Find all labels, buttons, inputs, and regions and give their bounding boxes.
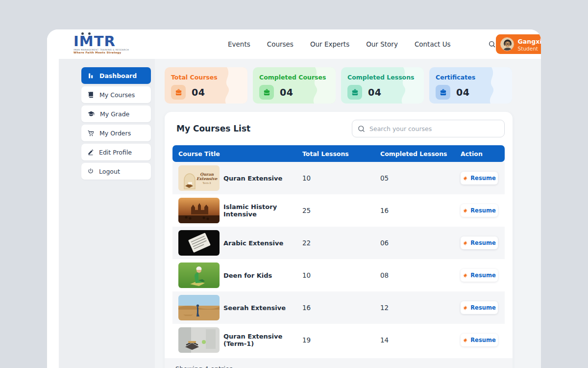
search-icon — [357, 125, 366, 133]
brand-logo[interactable]: IMTR IMAN MANAGEMENT TRAINING & RESEARCH… — [74, 34, 127, 54]
sidebar-item-my-courses[interactable]: My Courses — [81, 86, 151, 103]
completed-lessons: 14 — [380, 336, 461, 344]
total-lessons: 16 — [302, 304, 380, 312]
sidebar-item-logout[interactable]: Logout — [81, 163, 151, 180]
power-icon — [87, 168, 94, 175]
total-lessons: 10 — [302, 174, 380, 182]
sunburst-icon — [463, 273, 468, 278]
total-lessons: 25 — [302, 207, 380, 214]
stat-card-completed-lessons: Completed Lessons 04 — [341, 67, 424, 104]
user-name: Gangxi Quan — [518, 38, 541, 45]
top-bar: IMTR IMAN MANAGEMENT TRAINING & RESEARCH… — [47, 29, 541, 59]
sidebar-item-dashboard[interactable]: Dashboard — [81, 67, 151, 84]
course-thumbnail-seerah-extensive — [178, 295, 220, 320]
stats-row: Total Courses 04 — [165, 67, 541, 104]
brand-name: IMTR — [74, 34, 127, 48]
course-title: Islamic History Intensive — [223, 203, 302, 218]
book-icon — [87, 91, 95, 99]
user-menu-button[interactable]: Gangxi Quan Student — [496, 34, 541, 54]
nav-item-our-experts[interactable]: Our Experts — [310, 40, 349, 48]
svg-text:Term-3: Term-3 — [202, 182, 211, 184]
sidebar-item-my-orders[interactable]: My Orders — [81, 125, 151, 141]
course-thumbnail-quran-term1 — [178, 327, 220, 353]
resume-button[interactable]: Resume — [461, 334, 498, 346]
course-thumbnail-deen-for-kids — [178, 263, 220, 288]
logo-people-dots — [81, 32, 91, 35]
course-title: Arabic Extensive — [223, 239, 302, 247]
stat-card-completed-courses: Completed Courses 04 — [253, 67, 336, 104]
briefcase-icon — [259, 85, 274, 100]
grad-cap-icon — [87, 110, 95, 118]
search-input[interactable] — [369, 125, 499, 132]
stat-card-certificates: Certificates 04 — [429, 67, 512, 104]
dashboard-icon — [87, 72, 95, 79]
stat-card-total-courses: Total Courses 04 — [165, 67, 247, 104]
nav-item-courses[interactable]: Courses — [267, 40, 294, 48]
app-window: IMTR IMAN MANAGEMENT TRAINING & RESEARCH… — [47, 29, 541, 368]
stat-value: 04 — [280, 87, 293, 98]
table-row: Quran Extensive Term-3 Quran Extensive 1… — [172, 162, 505, 194]
completed-lessons: 16 — [380, 207, 461, 214]
course-thumbnail-islamic-history — [178, 198, 220, 223]
course-thumbnail-arabic-extensive — [178, 230, 220, 256]
sidebar-item-my-grade[interactable]: My Grade — [81, 105, 151, 122]
sunburst-icon — [463, 305, 468, 311]
table-row: Deen for Kids 10 08 Resume — [172, 259, 505, 291]
resume-button[interactable]: Resume — [461, 269, 498, 282]
main-layout: Dashboard My Courses My Grade — [47, 59, 541, 368]
total-lessons: 19 — [302, 336, 380, 344]
table-row: Seerah Extensive 16 12 Resume — [172, 291, 505, 324]
table-row: Arabic Extensive 22 06 Resume — [172, 227, 505, 259]
sidebar: Dashboard My Courses My Grade — [59, 59, 155, 368]
content-area: Total Courses 04 — [155, 59, 541, 368]
pencil-icon — [87, 149, 94, 156]
table-row: Islamic History Intensive 25 16 Resume — [172, 194, 505, 227]
resume-button[interactable]: Resume — [461, 172, 498, 184]
completed-lessons: 12 — [380, 304, 461, 312]
course-thumbnail-quran-extensive: Quran Extensive Term-3 — [178, 165, 220, 191]
sunburst-icon — [463, 338, 468, 343]
course-title: Deen for Kids — [223, 272, 302, 279]
stat-value: 04 — [192, 87, 205, 98]
sidebar-item-edit-profile[interactable]: Edit Profile — [81, 144, 151, 160]
table-footer: Showing 4 entries — [165, 358, 513, 368]
completed-lessons: 06 — [380, 239, 461, 247]
resume-button[interactable]: Resume — [461, 237, 498, 249]
nav-item-our-story[interactable]: Our Story — [366, 40, 398, 48]
resume-button[interactable]: Resume — [461, 301, 498, 314]
sunburst-icon — [463, 240, 468, 246]
search-icon[interactable] — [488, 40, 496, 48]
sunburst-icon — [463, 176, 468, 181]
sunburst-icon — [463, 208, 468, 213]
user-role: Student — [518, 46, 541, 52]
nav-item-contact-us[interactable]: Contact Us — [415, 40, 451, 48]
total-lessons: 22 — [302, 239, 380, 247]
nav-item-events[interactable]: Events — [228, 40, 250, 48]
total-lessons: 10 — [302, 271, 380, 279]
course-search — [352, 120, 505, 137]
briefcase-icon — [171, 85, 186, 100]
stat-value: 04 — [456, 87, 469, 98]
entries-count: Showing 4 entries — [175, 365, 233, 368]
avatar — [500, 37, 514, 51]
stat-value: 04 — [368, 87, 381, 98]
table-header: Course Title Total Lessons Completed Les… — [172, 145, 505, 162]
completed-lessons: 08 — [380, 271, 461, 279]
briefcase-icon — [436, 85, 450, 100]
my-courses-card: My Courses List Course Title Total Lesso… — [165, 112, 513, 368]
resume-button[interactable]: Resume — [461, 204, 498, 217]
svg-text:Extensive: Extensive — [196, 176, 218, 181]
briefcase-icon — [347, 85, 362, 100]
course-title: Quran Extensive (Term-1) — [223, 333, 302, 347]
completed-lessons: 05 — [380, 174, 461, 182]
course-title: Seerah Extensive — [223, 304, 302, 312]
table-row: Quran Extensive (Term-1) 19 14 Resume — [172, 324, 505, 356]
course-title: Quran Extensive — [223, 175, 302, 182]
main-nav: Events Courses Our Experts Our Story Con… — [228, 40, 496, 48]
cart-icon — [87, 130, 95, 137]
page-title: My Courses List — [176, 124, 250, 133]
brand-tagline-2: Where Faith Meets Strategy — [74, 51, 127, 54]
